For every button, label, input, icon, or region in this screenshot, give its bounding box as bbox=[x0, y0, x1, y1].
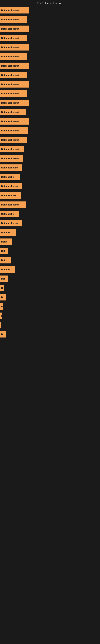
bar-label: Bottleneck r bbox=[1, 213, 14, 215]
bar-row: Bottleneck result bbox=[0, 135, 100, 144]
bar-label: Bottleneck result bbox=[1, 157, 19, 160]
bar: Bo bbox=[0, 294, 6, 300]
bar-label: Bottleneck result bbox=[1, 120, 19, 122]
bar: Bottleneck res bbox=[0, 192, 21, 199]
bar-label: Bottleneck resu bbox=[1, 185, 18, 187]
bar-row: Bottleneck result bbox=[0, 117, 100, 126]
bar: Bottleneck result bbox=[0, 90, 27, 97]
bar bbox=[0, 322, 1, 328]
bar: Bottleneck result bbox=[0, 7, 29, 14]
bar-row: Bottleneck result bbox=[0, 34, 100, 43]
bar-label: Bottlene bbox=[1, 231, 10, 234]
bar-row: Bottleneck resu bbox=[0, 218, 100, 228]
page-header: TheBottlenecker.com bbox=[0, 0, 100, 6]
bar-label: Bottleneck result bbox=[1, 148, 19, 150]
bar-row: Bottleneck res bbox=[0, 191, 100, 200]
bar: Bottleneck result bbox=[0, 35, 27, 41]
bar: Bottleneck resu bbox=[0, 183, 22, 190]
bar-label: Bottleneck result bbox=[1, 55, 19, 58]
bar: Bottleneck result bbox=[0, 128, 28, 134]
bar-label: Bottl bbox=[1, 259, 6, 262]
bar: Bottleneck result bbox=[0, 100, 29, 106]
bar-row: Bo bbox=[0, 292, 100, 302]
bar-label: Bottleneck result bbox=[1, 92, 19, 95]
bar-row: Bottleneck result bbox=[0, 108, 100, 117]
bar: Bottleneck result bbox=[0, 118, 29, 124]
bar-label: B bbox=[1, 287, 3, 289]
bar-row: Bottlene bbox=[0, 265, 100, 274]
bar-label: Bottleneck result bbox=[1, 74, 19, 76]
bar: Bottleneck resu bbox=[0, 220, 22, 226]
bar-label: Bottleneck result bbox=[1, 9, 19, 12]
bar: Bottlene bbox=[0, 266, 15, 273]
bar: Bo bbox=[0, 331, 6, 338]
bar-row: Bottleneck result bbox=[0, 144, 100, 154]
bar: Bottleneck result bbox=[0, 26, 29, 32]
bar: Bottleneck result bbox=[0, 62, 29, 69]
bar: l bbox=[0, 312, 1, 319]
bar-row: Bottle bbox=[0, 237, 100, 246]
bar: Bot bbox=[0, 276, 8, 282]
bar-row: Bottleneck result bbox=[0, 98, 100, 108]
bar-label: Bottleneck result bbox=[1, 18, 19, 21]
bar-label: Bottleneck resu bbox=[1, 222, 18, 224]
bar: Bottleneck result bbox=[0, 109, 26, 115]
bar: B bbox=[0, 285, 4, 291]
bar-row: Bottleneck result bbox=[0, 52, 100, 61]
bar: Bottle bbox=[0, 238, 12, 245]
bar-row: Bottlene bbox=[0, 228, 100, 237]
bar-label: Bottleneck result bbox=[1, 204, 19, 206]
bar-row: Bottleneck result bbox=[0, 70, 100, 80]
bar-label: Bo bbox=[1, 333, 4, 336]
bar-label: Bottleneck result bbox=[1, 102, 19, 104]
bar-label: Bottleneck result bbox=[1, 46, 19, 48]
bar-label: Bottleneck result bbox=[1, 64, 19, 67]
bar-label: Bot bbox=[1, 250, 5, 252]
bar-label: Bottleneck result bbox=[1, 37, 19, 39]
bar: Bottleneck r bbox=[0, 211, 19, 217]
bar-row: l bbox=[0, 311, 100, 320]
bar-row: Bot bbox=[0, 274, 100, 283]
bar: Bottleneck resu bbox=[0, 164, 22, 171]
bar-row: Bottleneck result bbox=[0, 24, 100, 34]
bar-row: Bottleneck result bbox=[0, 89, 100, 98]
bar: Bottleneck result bbox=[0, 44, 29, 50]
bar-row: Bottleneck result bbox=[0, 15, 100, 24]
bar-row: Bottleneck result bbox=[0, 43, 100, 52]
bar-label: Bottleneck result bbox=[1, 28, 19, 30]
bar-row: Bottl bbox=[0, 256, 100, 265]
bar-row: Bottleneck r bbox=[0, 172, 100, 182]
bar-row: B bbox=[0, 302, 100, 311]
bar-row: Bot bbox=[0, 246, 100, 256]
site-title: TheBottlenecker.com bbox=[37, 2, 63, 5]
bar-label: Bottleneck result bbox=[1, 139, 19, 141]
bar-label: Bottleneck result bbox=[1, 83, 19, 86]
bar-row: Bottleneck result bbox=[0, 154, 100, 163]
bar-label: Bottle bbox=[1, 240, 7, 243]
bar-label: Bottleneck res bbox=[1, 194, 16, 196]
bar: Bottleneck result bbox=[0, 72, 27, 78]
bar: B bbox=[0, 303, 3, 310]
bar-row: Bo bbox=[0, 330, 100, 339]
bar-row: Bottleneck result bbox=[0, 6, 100, 15]
bar-label: Bo bbox=[1, 296, 4, 298]
bar-label: B bbox=[1, 305, 3, 308]
bar-row: Bottleneck resu bbox=[0, 163, 100, 172]
bar-label: Bottleneck resu bbox=[1, 166, 18, 169]
bar-label: Bottleneck result bbox=[1, 130, 19, 132]
bar: Bottleneck result bbox=[0, 16, 27, 23]
bar-label: Bottlene bbox=[1, 268, 10, 271]
bar-row: Bottleneck result bbox=[0, 80, 100, 89]
chart-container: Bottleneck resultBottleneck resultBottle… bbox=[0, 6, 100, 343]
bar-label: l bbox=[1, 314, 1, 317]
bar: Bottleneck result bbox=[0, 155, 23, 162]
bar: Bot bbox=[0, 248, 8, 254]
bar: Bottleneck result bbox=[0, 137, 27, 143]
bar-row: Bottleneck resu bbox=[0, 182, 100, 191]
bar: Bottleneck result bbox=[0, 202, 26, 208]
bar-row: B bbox=[0, 283, 100, 292]
bar: Bottleneck result bbox=[0, 53, 27, 60]
bar-row bbox=[0, 320, 100, 330]
bar: Bottleneck result bbox=[0, 81, 29, 88]
bar-row: Bottleneck result bbox=[0, 61, 100, 70]
